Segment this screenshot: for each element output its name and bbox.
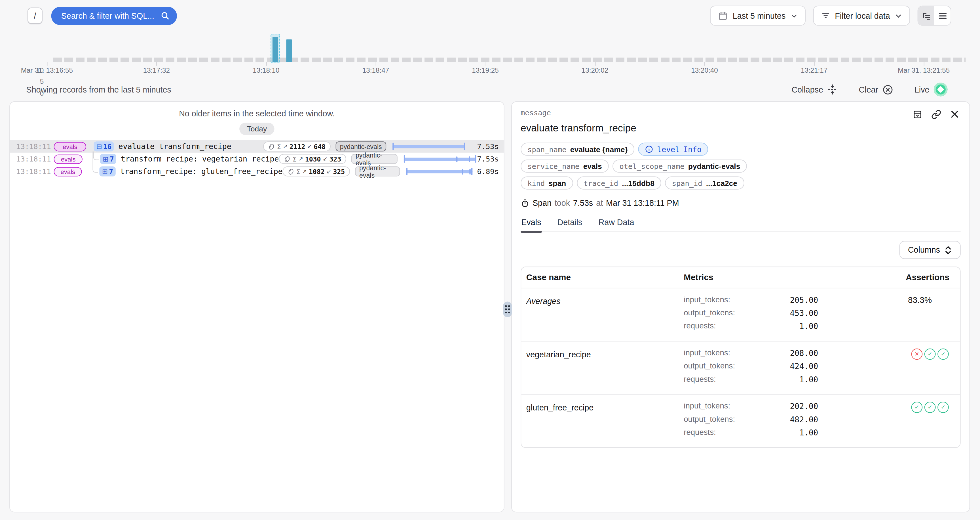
duration-bar-fill	[393, 145, 465, 148]
tab-raw-data[interactable]: Raw Data	[598, 218, 635, 231]
expand-children-button[interactable]: ⊞7	[100, 154, 116, 164]
tag-value: ...1ca2ce	[706, 179, 737, 187]
evals-table-row[interactable]: vegetarian_recipeinput_tokens:208.00outp…	[521, 341, 960, 394]
metric-label: requests:	[684, 375, 799, 384]
column-header: Metrics	[684, 273, 834, 282]
attribute-tag-chip[interactable]: service_nameevals	[520, 160, 609, 172]
metric-label: output_tokens:	[684, 415, 790, 424]
assertions-cell: ✓✓✓	[834, 402, 960, 441]
metric-line: output_tokens:424.00	[684, 362, 818, 371]
child-count: 16	[103, 142, 111, 150]
attribute-tag-chip[interactable]: trace_id...15ddb8	[577, 177, 661, 190]
metric-line: requests:1.00	[684, 428, 818, 437]
span-title: evaluate transform_recipe	[520, 123, 961, 134]
search-button[interactable]: Search & filter with SQL...	[51, 6, 177, 25]
attribute-tag-chip[interactable]: span_nameevaluate {name}	[520, 143, 635, 156]
metric-value: 1.00	[799, 322, 818, 331]
evals-table-row[interactable]: Averagesinput_tokens:205.00output_tokens…	[521, 289, 960, 341]
histogram-plot[interactable]: Mar 31. 13:16:5513:17:3213:18:1013:18:47…	[47, 33, 966, 74]
collapse-button[interactable]: Collapse	[791, 85, 837, 94]
detail-actions	[912, 108, 961, 121]
collapse-children-button[interactable]: ⊟16	[94, 141, 114, 151]
columns-button-label: Columns	[908, 245, 940, 255]
span-name: evaluate transform_recipe	[119, 142, 231, 151]
tag-key: level	[657, 145, 680, 153]
x-axis-tick	[814, 62, 815, 65]
tree-view-toggle[interactable]	[918, 6, 934, 25]
scope-chip[interactable]: pydantic-evals	[336, 141, 386, 151]
tab-details[interactable]: Details	[557, 218, 583, 231]
evals-table-body: Averagesinput_tokens:205.00output_tokens…	[521, 289, 960, 447]
clear-button[interactable]: Clear	[859, 84, 893, 94]
metric-value: 208.00	[790, 349, 818, 358]
filter-local-data-dropdown[interactable]: Filter local data	[813, 6, 910, 26]
token-usage-chip[interactable]: Σ↗1082↙325	[283, 166, 350, 176]
tag-value: evaluate {name}	[570, 145, 628, 153]
histogram-bar[interactable]	[286, 40, 292, 62]
empty-window-notice: No older items in the selected time wind…	[10, 102, 504, 118]
tag-key: otel_scope_name	[620, 162, 684, 171]
metric-line: input_tokens:202.00	[684, 402, 818, 411]
tag-value: Info	[683, 145, 702, 153]
collapse-box-icon: ⊟	[96, 143, 102, 150]
attribute-tags: span_nameevaluate {name}levelInfoservice…	[520, 143, 961, 190]
service-badge[interactable]: evals	[54, 142, 86, 151]
level-tag-chip[interactable]: levelInfo	[638, 143, 708, 156]
metric-label: input_tokens:	[684, 295, 790, 305]
x-axis-tick	[485, 62, 486, 65]
metric-value: 424.00	[790, 362, 818, 371]
histogram-bar[interactable]	[272, 37, 278, 62]
evals-table-row[interactable]: gluten_free_recipeinput_tokens:202.00out…	[521, 395, 960, 447]
token-usage-chip[interactable]: Σ↗1030↙323	[279, 154, 346, 164]
duration-bar	[406, 168, 469, 175]
slash-shortcut-key: /	[27, 7, 43, 24]
span-detail-panel: message	[511, 101, 970, 512]
trace-row[interactable]: 13:18:11evals⊞7transform_recipe: vegetar…	[10, 153, 504, 165]
today-chip[interactable]: Today	[239, 123, 274, 135]
case-name: Averages	[526, 297, 561, 306]
tag-key: span_name	[527, 145, 566, 153]
service-badge[interactable]: evals	[54, 154, 83, 163]
token-usage-chip[interactable]: Σ↗2112↙648	[263, 141, 330, 151]
live-toggle[interactable]: Live	[915, 83, 948, 96]
metric-label: output_tokens:	[684, 309, 790, 318]
input-tokens-count: 2112	[290, 143, 305, 150]
list-view-toggle[interactable]	[934, 6, 950, 25]
metric-label: input_tokens:	[684, 349, 790, 358]
service-badge[interactable]: evals	[54, 167, 82, 176]
x-axis-tick-label: 13:17:32	[143, 66, 170, 74]
attribute-tag-chip[interactable]: otel_scope_namepydantic-evals	[612, 160, 747, 172]
input-tokens-count: 1030	[305, 155, 321, 163]
tab-evals[interactable]: Evals	[520, 218, 542, 231]
record-kind-label: message	[520, 108, 551, 117]
duration-bar-start-cap	[393, 143, 394, 150]
span-duration-line: Span took 7.53s at Mar 31 13:18:11 PM	[520, 198, 961, 208]
attribute-tag-chip[interactable]: span_id...1ca2ce	[665, 177, 744, 190]
output-tokens-count: 325	[333, 168, 345, 175]
filter-label: Filter local data	[835, 11, 890, 21]
scope-chip[interactable]: pydantic-evals	[355, 166, 400, 176]
x-axis-tick	[156, 62, 157, 65]
x-axis-tick	[376, 62, 376, 65]
sigma-icon: Σ	[296, 168, 300, 175]
duration-bar-tick	[469, 169, 470, 174]
arrow-down-left-icon: ↙	[326, 168, 331, 175]
attribute-tag-chip[interactable]: kindspan	[520, 177, 573, 190]
trace-row[interactable]: 13:18:11evals⊟16evaluate transform_recip…	[10, 140, 504, 153]
panel-resize-handle[interactable]	[503, 301, 512, 317]
chevron-down-icon	[791, 12, 797, 19]
trace-row[interactable]: 13:18:11evals⊞7transform_recipe: gluten_…	[10, 165, 504, 178]
metric-value: 205.00	[790, 295, 818, 305]
input-tokens-count: 1082	[309, 168, 325, 175]
close-icon[interactable]	[949, 108, 961, 121]
x-axis-tick-label: 13:20:02	[582, 66, 608, 74]
expand-children-button[interactable]: ⊞7	[100, 166, 116, 176]
copy-link-icon[interactable]	[930, 108, 943, 121]
x-axis-tick-label: Mar 31. 13:21:55	[898, 66, 950, 74]
columns-button[interactable]: Columns	[899, 241, 961, 259]
scope-chip[interactable]: pydantic-evals	[351, 154, 397, 164]
pin-panel-icon[interactable]	[912, 108, 924, 121]
span-word: Span	[533, 198, 552, 208]
arrow-down-left-icon: ↙	[323, 156, 328, 162]
time-range-dropdown[interactable]: Last 5 minutes	[710, 6, 806, 26]
